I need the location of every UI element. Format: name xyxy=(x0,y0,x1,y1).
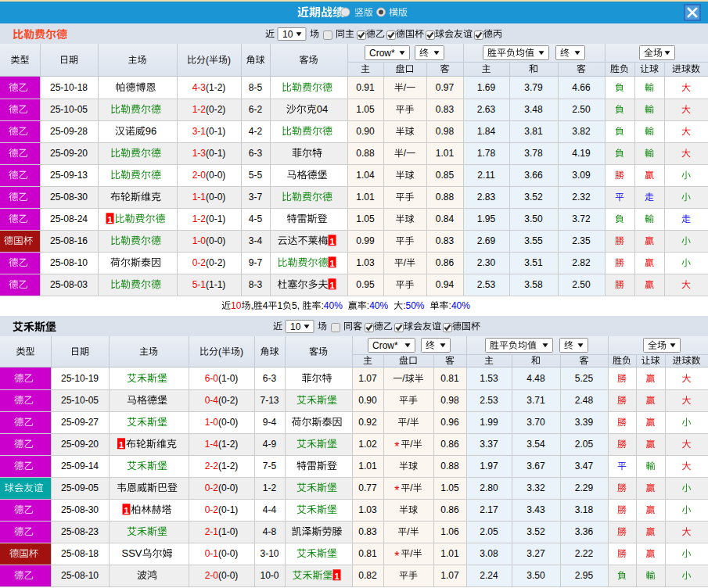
svg-text:2.05: 2.05 xyxy=(575,439,594,450)
svg-text:(0-0): (0-0) xyxy=(206,170,225,181)
svg-text:9-4: 9-4 xyxy=(263,417,277,428)
svg-text:1.04: 1.04 xyxy=(356,170,375,181)
svg-text:2-2: 2-2 xyxy=(205,461,219,471)
svg-text:1: 1 xyxy=(119,440,124,450)
svg-text:3.70: 3.70 xyxy=(527,417,545,428)
svg-text:2-0: 2-0 xyxy=(205,570,219,581)
svg-text:2.95: 2.95 xyxy=(575,570,594,581)
svg-text:8-3: 8-3 xyxy=(249,279,263,290)
svg-text:10: 10 xyxy=(231,300,242,311)
svg-text:(0-1): (0-1) xyxy=(206,148,225,159)
svg-text:25-08-10: 25-08-10 xyxy=(50,257,88,268)
svg-text:25-08-23: 25-08-23 xyxy=(61,526,99,537)
svg-text:0.94: 0.94 xyxy=(436,279,455,290)
svg-text:2.82: 2.82 xyxy=(572,257,591,268)
svg-text:2.48: 2.48 xyxy=(575,395,594,406)
svg-text:,: , xyxy=(297,300,300,311)
svg-text:1.95: 1.95 xyxy=(477,213,496,224)
svg-text:1.69: 1.69 xyxy=(477,82,496,93)
svg-text:1-3: 1-3 xyxy=(192,148,207,159)
svg-text:6-3: 6-3 xyxy=(249,148,263,159)
svg-text:4-8: 4-8 xyxy=(263,526,277,537)
svg-text:4.19: 4.19 xyxy=(572,148,591,159)
svg-text:25-09-14: 25-09-14 xyxy=(61,461,99,471)
svg-text:1.78: 1.78 xyxy=(477,148,496,159)
svg-text:1.07: 1.07 xyxy=(440,570,459,581)
svg-text:3.50: 3.50 xyxy=(524,213,543,224)
svg-text:3-10: 3-10 xyxy=(260,548,279,559)
svg-text:40%: 40% xyxy=(369,300,388,311)
svg-text:0-2: 0-2 xyxy=(205,504,219,515)
svg-text:0.84: 0.84 xyxy=(436,213,455,224)
svg-text:10: 10 xyxy=(290,321,301,332)
svg-text:3.67: 3.67 xyxy=(527,461,545,471)
svg-text:0.91: 0.91 xyxy=(356,82,375,93)
svg-text:1.05: 1.05 xyxy=(356,104,375,115)
svg-text:(1-2): (1-2) xyxy=(218,439,238,450)
svg-text:2.32: 2.32 xyxy=(572,192,591,203)
svg-text:10-0: 10-0 xyxy=(260,570,279,581)
svg-text:(1-1): (1-1) xyxy=(206,279,225,290)
svg-text:(1-0): (1-0) xyxy=(218,373,238,384)
svg-text:9-7: 9-7 xyxy=(249,257,263,268)
svg-text:0.85: 0.85 xyxy=(436,170,455,181)
svg-text:1.84: 1.84 xyxy=(477,126,496,137)
svg-text:6-0: 6-0 xyxy=(205,373,219,384)
svg-text:3.09: 3.09 xyxy=(572,170,591,181)
svg-text:3.78: 3.78 xyxy=(524,148,543,159)
svg-text:*: * xyxy=(394,484,399,497)
svg-text:0.81: 0.81 xyxy=(440,373,459,384)
svg-text:1.01: 1.01 xyxy=(440,548,459,559)
svg-text:2.30: 2.30 xyxy=(477,257,496,268)
svg-text:0.77: 0.77 xyxy=(358,482,377,493)
svg-text:0-2: 0-2 xyxy=(192,257,207,268)
svg-text:1.53: 1.53 xyxy=(480,373,498,384)
svg-text:(0-0): (0-0) xyxy=(206,192,225,203)
svg-text:,: , xyxy=(251,300,253,311)
svg-text:1.01: 1.01 xyxy=(356,192,375,203)
svg-text:0.88: 0.88 xyxy=(440,461,459,471)
svg-text:2.17: 2.17 xyxy=(480,504,498,515)
svg-text:5-1: 5-1 xyxy=(192,279,207,290)
svg-text:1.01: 1.01 xyxy=(358,461,377,471)
svg-text:0.92: 0.92 xyxy=(358,417,377,428)
svg-text:5-5: 5-5 xyxy=(249,170,263,181)
svg-text:25-09-05: 25-09-05 xyxy=(61,482,99,493)
svg-text:(0-0): (0-0) xyxy=(218,548,238,559)
svg-text:25-09-28: 25-09-28 xyxy=(50,126,88,137)
svg-text:2.11: 2.11 xyxy=(477,170,495,181)
svg-text:(1-2): (1-2) xyxy=(218,461,238,471)
svg-text:3.51: 3.51 xyxy=(524,257,543,268)
svg-text:): ) xyxy=(228,55,231,66)
svg-text:3.54: 3.54 xyxy=(527,439,545,450)
svg-text:(0-1): (0-1) xyxy=(206,213,225,224)
svg-text:1.03: 1.03 xyxy=(356,257,375,268)
svg-text:4.66: 4.66 xyxy=(572,82,591,93)
svg-text:(0-2): (0-2) xyxy=(206,104,225,115)
svg-text:3.37: 3.37 xyxy=(480,439,498,450)
svg-text:25-08-10: 25-08-10 xyxy=(61,570,99,581)
svg-text:3.08: 3.08 xyxy=(480,548,498,559)
svg-text:25-08-03: 25-08-03 xyxy=(50,279,88,290)
svg-text:4-5: 4-5 xyxy=(249,213,263,224)
svg-text:SSV: SSV xyxy=(122,547,142,559)
svg-text:(: ( xyxy=(218,346,221,357)
svg-text:0.83: 0.83 xyxy=(436,104,455,115)
svg-text:3.50: 3.50 xyxy=(527,570,545,581)
svg-text:3.32: 3.32 xyxy=(527,482,545,493)
svg-text:0.99: 0.99 xyxy=(356,235,375,246)
svg-text:3.79: 3.79 xyxy=(524,82,543,93)
svg-text:4-4: 4-4 xyxy=(263,504,277,515)
svg-text:0.83: 0.83 xyxy=(436,235,455,246)
svg-text:3.55: 3.55 xyxy=(524,235,543,246)
svg-text:0.95: 0.95 xyxy=(356,279,375,290)
svg-text:1-2: 1-2 xyxy=(263,482,277,493)
svg-text:0.86: 0.86 xyxy=(440,504,459,515)
svg-text:2.63: 2.63 xyxy=(477,104,496,115)
svg-text:3.58: 3.58 xyxy=(524,279,543,290)
svg-text:40%: 40% xyxy=(451,300,470,311)
svg-text:25-09-20: 25-09-20 xyxy=(61,439,99,450)
svg-text:40%: 40% xyxy=(324,300,343,311)
svg-text:0.98: 0.98 xyxy=(440,395,459,406)
svg-text:25-10-05: 25-10-05 xyxy=(50,104,88,115)
